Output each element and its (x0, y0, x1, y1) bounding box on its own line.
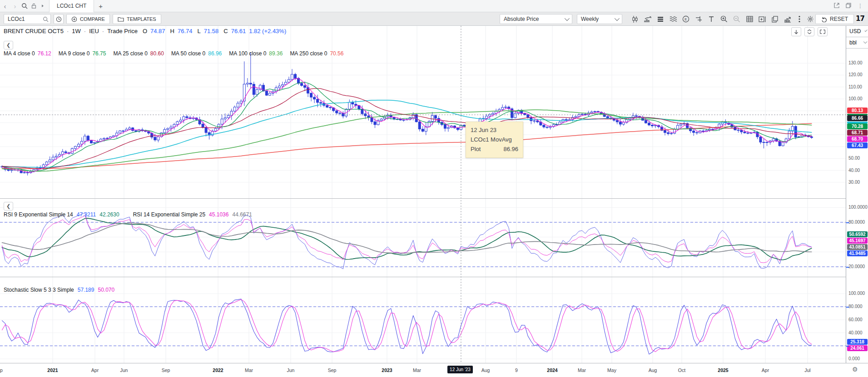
axis-tick-label: 40.00 (848, 168, 860, 173)
ma-value: 86.96 (208, 50, 222, 57)
currency-select[interactable]: USD (846, 26, 868, 37)
nav-back-icon[interactable]: ‹ (0, 2, 10, 10)
add-tab-button[interactable]: + (94, 2, 107, 10)
chart-area[interactable]: BRENT CRUDE OCT5 · 1W · IEU · Trade Pric… (0, 26, 846, 363)
change-value: 1.82 (+2.43%) (249, 28, 286, 34)
axis-tick-label: 100.0000 (848, 205, 868, 210)
open-external-icon[interactable] (834, 2, 839, 10)
main-panel-collapse-button[interactable]: ❮ (4, 41, 13, 49)
rsi-panel-collapse-button[interactable]: ❮ (4, 202, 13, 211)
scroll-to-recent-icon[interactable] (791, 27, 801, 36)
axis-scale-icon[interactable] (693, 14, 704, 24)
open-value: 74.87 (150, 28, 165, 34)
time-axis-label: Sep (328, 367, 337, 373)
more-options-icon[interactable] (794, 14, 805, 24)
text-tool-icon[interactable] (706, 14, 717, 24)
reset-button[interactable]: RESET (815, 14, 854, 24)
axis-value-chip: 43.0851 (847, 244, 868, 250)
rsi14-value: 45.1036 (209, 211, 228, 218)
technical-chart-icon[interactable] (642, 14, 653, 24)
lock-icon[interactable] (29, 1, 38, 10)
tooltip-series: LCOc1 MovAvg (471, 135, 518, 144)
exchange-label: IEU (89, 28, 99, 34)
fullscreen-icon[interactable] (818, 27, 828, 36)
price-axis[interactable]: USD bbl 130.00120.00110.00100.0060.0050.… (846, 26, 868, 363)
export-chart-icon[interactable] (782, 14, 793, 24)
chart-type-icon[interactable] (630, 14, 640, 24)
ma-value: 70.56 (330, 50, 343, 57)
rsi9-value: 47.3211 (77, 211, 96, 218)
compare-button[interactable]: COMPARE (66, 14, 110, 24)
events-icon[interactable]: E (680, 14, 691, 24)
settings-icon[interactable] (805, 14, 816, 24)
expand-caret-icon[interactable] (38, 1, 47, 10)
ma-value: 76.75 (92, 50, 106, 57)
table-icon[interactable] (744, 14, 755, 24)
rsi-stoch-separator[interactable] (0, 277, 868, 277)
main-rsi-separator[interactable] (0, 198, 868, 199)
time-axis-label: Mar (413, 367, 421, 373)
zoom-out-icon[interactable] (731, 14, 742, 24)
symbol-search-icon[interactable] (43, 16, 49, 24)
ma-value: 80.60 (150, 50, 164, 57)
collapse-panel-icon[interactable] (804, 27, 814, 36)
axis-value-chip: 25.318 (847, 339, 868, 345)
ma-value: 89.36 (269, 50, 283, 57)
add-panel-icon[interactable] (757, 14, 768, 24)
instrument-name: BRENT CRUDE OCT5 (4, 28, 64, 34)
history-clock-icon[interactable] (54, 14, 64, 24)
templates-button[interactable]: TEMPLATES (113, 14, 161, 24)
ma-legend-item[interactable]: MA 9 close 076.75 (59, 50, 106, 57)
axis-value-chip: 67.43 (847, 142, 868, 148)
ma-legend-item[interactable]: MA 25 close 080.60 (113, 50, 164, 57)
search-icon[interactable] (20, 1, 29, 10)
ma-legend-item[interactable]: MA 100 close 089.36 (229, 50, 283, 57)
layers-icon[interactable] (655, 14, 666, 24)
axis-value-chip: 70.28 (847, 123, 868, 129)
time-axis-label: Jun (287, 367, 295, 373)
axis-tick-label: 80.0000 (848, 220, 865, 225)
axis-settings-icon[interactable]: ⚙ (852, 366, 858, 373)
chevron-down-icon (615, 16, 620, 21)
chevron-down-icon (565, 16, 570, 21)
axis-value-chip: 68.71 (847, 130, 868, 136)
axis-tick-label: 40.000 (848, 330, 863, 335)
ma-legend-item[interactable]: MA 250 close 070.56 (290, 50, 343, 57)
nav-forward-icon[interactable]: › (10, 2, 20, 10)
time-axis-label: Apr (762, 367, 769, 373)
band-level-mark (846, 222, 849, 223)
copy-icon[interactable] (769, 14, 780, 24)
interval-select[interactable]: Weekly (577, 14, 622, 24)
waves-icon[interactable] (668, 14, 679, 24)
more-options-icon[interactable]: ⋮ (858, 3, 863, 9)
rsi-legend[interactable]: RSI 9 Exponential Simple 14 47.3211 42.2… (4, 211, 252, 218)
price-mode-select[interactable]: Absolute Price (500, 14, 572, 24)
low-value: 71.58 (204, 28, 219, 34)
chevron-down-icon (863, 40, 867, 44)
time-axis-label: Oct (678, 367, 685, 373)
time-axis-label: Apr (91, 367, 99, 373)
reset-undo-icon (821, 16, 827, 22)
tooltip-date: 12 Jun 23 (471, 125, 518, 135)
time-axis-label: Sep (162, 367, 170, 373)
price-chart-canvas[interactable] (0, 26, 846, 363)
ma-legend-item[interactable]: MA 4 close 076.12 (4, 50, 51, 57)
chart-quick-buttons (791, 27, 828, 36)
instrument-legend[interactable]: BRENT CRUDE OCT5 · 1W · IEU · Trade Pric… (4, 28, 286, 34)
ma-legend-item[interactable]: MA 50 close 086.96 (171, 50, 222, 57)
ma-legend[interactable]: MA 4 close 076.12MA 9 close 076.75MA 25 … (4, 50, 343, 57)
crosshair-tooltip: 12 Jun 23 LCOc1 MovAvg Plot 86.96 (466, 122, 523, 158)
time-axis-label: 9 (515, 367, 518, 373)
interval-label: 1W (72, 28, 81, 34)
tradingview-logo[interactable]: 17 (856, 15, 864, 23)
time-axis[interactable]: 12 Jun '23 ⚙ p2021AprJunSep2022MarJunSep… (0, 363, 868, 377)
field-label: Trade Price (107, 28, 138, 34)
time-axis-label: Jul (804, 367, 810, 373)
stochastic-legend[interactable]: Stochastic Slow 5 3 3 Simple 57.189 50.0… (4, 287, 114, 293)
tab-lcoc1-cht[interactable]: LCOc1 CHT (49, 0, 94, 12)
zoom-in-icon[interactable] (719, 14, 729, 24)
rsi-layer (2, 213, 812, 269)
popout-icon[interactable] (846, 2, 851, 10)
axis-tick-label: 50.00 (848, 156, 860, 161)
unit-select[interactable]: bbl (846, 37, 868, 49)
